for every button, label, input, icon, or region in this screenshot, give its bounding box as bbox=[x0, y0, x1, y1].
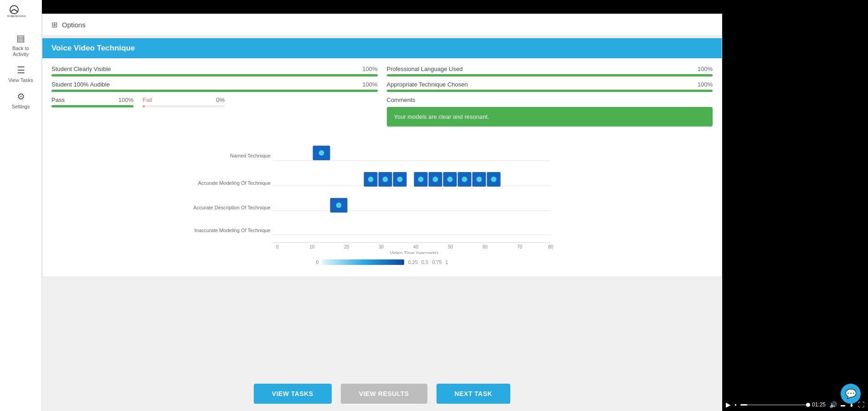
main-panel: Voice Video Technique Student Clearly Vi… bbox=[42, 38, 722, 277]
sidebar-item-settings[interactable]: ⚙ Settings bbox=[0, 87, 41, 113]
dot-5 bbox=[433, 177, 438, 182]
fail-bar-track bbox=[143, 105, 225, 107]
metric-bar-track bbox=[387, 74, 713, 76]
metric-professional-language: Professional Language Used 100% bbox=[387, 66, 713, 76]
metric-label: Professional Language Used bbox=[387, 66, 463, 72]
top-video-bar bbox=[42, 0, 722, 14]
comments-section: Comments Your models are clear and reson… bbox=[387, 96, 713, 127]
sidebar-item-label: View Tasks bbox=[8, 77, 33, 83]
right-column: ▶ ● 01:25 🔊 ▬ ⬇ ⛶ bbox=[722, 0, 868, 411]
svg-text:0: 0 bbox=[276, 244, 279, 249]
sidebar: bridge2practice ▤ Back toActivity ☰ View… bbox=[0, 0, 42, 411]
fail-section: Fail 0% bbox=[143, 96, 225, 107]
svg-text:70: 70 bbox=[517, 244, 523, 249]
back-activity-icon: ▤ bbox=[16, 33, 25, 44]
pass-section: Pass 100% bbox=[51, 96, 134, 107]
options-bar[interactable]: ⊞ Options bbox=[42, 14, 722, 36]
main-content: ⊞ Options Voice Video Technique Student … bbox=[42, 0, 722, 411]
svg-text:20: 20 bbox=[344, 244, 349, 249]
metric-bar-fill bbox=[387, 74, 713, 76]
right-video: ▶ ● 01:25 🔊 ▬ ⬇ ⛶ bbox=[722, 0, 868, 411]
dot-description bbox=[336, 203, 342, 208]
metric-appropriate-technique: Appropriate Technique Chosen 100% bbox=[387, 81, 713, 92]
sidebar-item-back-to-activity[interactable]: ▤ Back toActivity bbox=[0, 29, 41, 61]
dot-9 bbox=[491, 177, 497, 182]
metric-bar-fill bbox=[51, 90, 378, 92]
chat-bubble[interactable]: 💬 bbox=[841, 384, 861, 404]
chart-svg: Named Technique Accurate Modeling Of Tec… bbox=[61, 136, 704, 254]
scale-bar bbox=[322, 259, 404, 265]
fullscreen-icon[interactable]: ⛶ bbox=[858, 401, 864, 408]
volume-icon[interactable]: 🔊 bbox=[829, 401, 837, 408]
chat-icon: 💬 bbox=[845, 388, 857, 399]
svg-text:Named Technique: Named Technique bbox=[230, 153, 270, 158]
color-scale: 0 0.25 0.5 bbox=[61, 259, 704, 265]
svg-text:Video Time (seconds): Video Time (seconds) bbox=[390, 250, 438, 254]
bottom-buttons: VIEW TASKS VIEW RESULTS NEXT TASK bbox=[42, 376, 722, 411]
dot-6 bbox=[447, 177, 453, 182]
svg-rect-22 bbox=[322, 259, 404, 265]
settings-icon: ⚙ bbox=[17, 91, 25, 102]
svg-text:Inaccurate Modeling Of Techniq: Inaccurate Modeling Of Technique bbox=[195, 228, 271, 233]
svg-text:30: 30 bbox=[379, 244, 384, 249]
comments-box: Your models are clear and resonant. bbox=[387, 107, 713, 127]
sidebar-item-view-tasks[interactable]: ☰ View Tasks bbox=[0, 61, 41, 87]
metric-value: 100% bbox=[698, 66, 713, 72]
dot-7 bbox=[462, 177, 467, 182]
options-icon: ⊞ bbox=[51, 20, 57, 29]
pass-bar-fill bbox=[51, 105, 134, 107]
metric-label: Student 100% Audible bbox=[51, 81, 110, 88]
dot-2 bbox=[383, 177, 388, 182]
pass-value: 100% bbox=[118, 96, 134, 103]
pass-label: Pass bbox=[51, 96, 65, 103]
panel-body: Student Clearly Visible 100% Student 100… bbox=[42, 58, 722, 277]
logo: bridge2practice bbox=[7, 5, 35, 20]
play-icon[interactable]: ▶ bbox=[726, 401, 731, 408]
metric-student-visible: Student Clearly Visible 100% bbox=[51, 66, 378, 76]
metric-bar-fill bbox=[51, 74, 378, 76]
view-tasks-button[interactable]: VIEW TASKS bbox=[254, 384, 332, 404]
video-progress-fill bbox=[740, 404, 747, 406]
metric-value: 100% bbox=[698, 81, 713, 88]
dot-icon: ● bbox=[734, 403, 737, 407]
fail-value: 0% bbox=[216, 96, 225, 103]
sidebar-item-label: Back toActivity bbox=[12, 46, 29, 57]
fail-bar-fill bbox=[143, 105, 145, 107]
chart-area: Named Technique Accurate Modeling Of Tec… bbox=[51, 131, 713, 269]
metric-value: 100% bbox=[362, 81, 377, 88]
metric-bar-track bbox=[51, 90, 378, 92]
metric-student-audible: Student 100% Audible 100% bbox=[51, 81, 378, 92]
video-time: 01:25 bbox=[812, 401, 826, 408]
svg-text:60: 60 bbox=[483, 244, 488, 249]
svg-text:Accurate Description Of Techni: Accurate Description Of Technique bbox=[193, 205, 270, 210]
view-results-button: VIEW RESULTS bbox=[341, 384, 427, 404]
svg-text:Accurate Modeling Of Technique: Accurate Modeling Of Technique bbox=[198, 180, 271, 186]
dot-1 bbox=[368, 177, 374, 182]
sidebar-item-label: Settings bbox=[12, 104, 30, 110]
view-tasks-icon: ☰ bbox=[17, 65, 25, 76]
options-label: Options bbox=[62, 21, 86, 29]
svg-text:bridge2practice: bridge2practice bbox=[7, 15, 26, 17]
dot-named-technique bbox=[319, 150, 324, 156]
svg-line-8 bbox=[273, 186, 551, 211]
metric-bar-fill bbox=[387, 90, 713, 92]
comments-text: Your models are clear and resonant. bbox=[394, 113, 489, 120]
metric-bar-track bbox=[387, 90, 713, 92]
svg-text:40: 40 bbox=[413, 244, 419, 249]
next-task-button[interactable]: NEXT TASK bbox=[437, 384, 511, 404]
video-progress-dot bbox=[806, 403, 810, 407]
volume-slider-icon[interactable]: ▬ bbox=[841, 402, 845, 407]
svg-text:50: 50 bbox=[448, 244, 453, 249]
panel-header: Voice Video Technique bbox=[42, 38, 722, 58]
dot-4 bbox=[418, 177, 424, 182]
metric-label: Appropriate Technique Chosen bbox=[387, 81, 468, 88]
dot-3 bbox=[397, 177, 403, 182]
video-progress-bar[interactable] bbox=[740, 404, 808, 406]
pass-bar-track bbox=[51, 105, 134, 107]
metric-value: 100% bbox=[362, 66, 377, 72]
dot-8 bbox=[477, 177, 482, 182]
comments-label: Comments bbox=[387, 96, 713, 103]
metric-label: Student Clearly Visible bbox=[51, 66, 111, 72]
metric-bar-track bbox=[51, 74, 378, 76]
svg-text:80: 80 bbox=[548, 244, 554, 249]
